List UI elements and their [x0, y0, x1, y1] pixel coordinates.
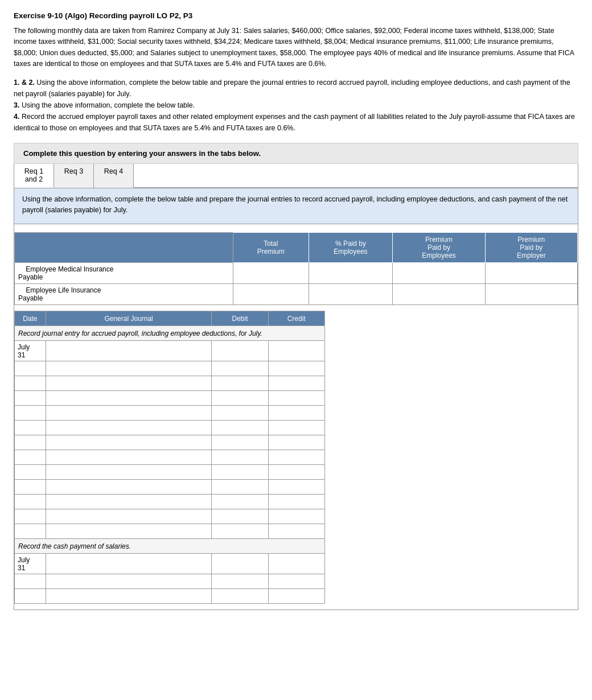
journal-entry-row	[15, 421, 578, 435]
journal-debit-2[interactable]	[212, 361, 268, 376]
journal-note2: Record the cash payment of salaries.	[15, 539, 325, 554]
medical-pct[interactable]	[309, 263, 393, 284]
tab-req4[interactable]: Req 4	[94, 164, 134, 188]
journal-debit-s2-3[interactable]	[212, 589, 268, 604]
col-header-total: TotalPremium	[233, 233, 309, 263]
date-empty	[15, 361, 46, 376]
journal-credit-s2-2[interactable]	[268, 574, 324, 589]
life-pct[interactable]	[309, 284, 393, 305]
journal-debit-6[interactable]	[212, 421, 268, 435]
journal-entry-row	[15, 406, 578, 421]
journal-credit-10[interactable]	[268, 480, 324, 495]
journal-desc-3[interactable]	[46, 376, 212, 391]
tab-req1and2[interactable]: Req 1and 2	[14, 164, 54, 188]
journal-debit-5[interactable]	[212, 406, 268, 421]
journal-desc-s2-3[interactable]	[46, 589, 212, 604]
journal-credit-1[interactable]	[268, 341, 324, 361]
col-header-general-journal: General Journal	[46, 311, 212, 326]
date-empty	[15, 406, 46, 421]
life-label: Employee Life InsurancePayable	[15, 284, 233, 305]
journal-desc-5[interactable]	[46, 406, 212, 421]
life-emp[interactable]	[393, 284, 485, 305]
journal-debit-4[interactable]	[212, 391, 268, 406]
journal-debit-10[interactable]	[212, 480, 268, 495]
journal-debit-9[interactable]	[212, 465, 268, 480]
journal-credit-3[interactable]	[268, 376, 324, 391]
journal-desc-10[interactable]	[46, 480, 212, 495]
date-empty	[15, 391, 46, 406]
date-empty	[15, 509, 46, 524]
tab-req3[interactable]: Req 3	[54, 164, 94, 188]
journal-credit-13[interactable]	[268, 524, 324, 539]
journal-entry-row	[15, 361, 578, 376]
journal-desc-1[interactable]	[46, 341, 212, 361]
journal-entry-row	[15, 376, 578, 391]
table-row: Employee Life InsurancePayable	[15, 284, 578, 305]
life-total[interactable]	[233, 284, 309, 305]
journal-desc-13[interactable]	[46, 524, 212, 539]
medical-total[interactable]	[233, 263, 309, 284]
life-er[interactable]	[485, 284, 577, 305]
journal-entry-row	[15, 480, 578, 495]
journal-desc-7[interactable]	[46, 435, 212, 450]
journal-credit-12[interactable]	[268, 509, 324, 524]
date-empty	[15, 376, 46, 391]
journal-credit-6[interactable]	[268, 421, 324, 435]
journal-debit-s2-2[interactable]	[212, 574, 268, 589]
journal-credit-7[interactable]	[268, 435, 324, 450]
journal-desc-12[interactable]	[46, 509, 212, 524]
date-empty	[15, 495, 46, 509]
journal-desc-4[interactable]	[46, 391, 212, 406]
journal-desc-2[interactable]	[46, 361, 212, 376]
journal-debit-3[interactable]	[212, 376, 268, 391]
journal-credit-s2-3[interactable]	[268, 589, 324, 604]
journal-debit-1[interactable]	[212, 341, 268, 361]
journal-desc-6[interactable]	[46, 421, 212, 435]
journal-desc-s2-1[interactable]	[46, 554, 212, 574]
journal-entry-row: July31	[15, 341, 578, 361]
date-empty	[15, 589, 46, 604]
date-empty	[15, 421, 46, 435]
col-header-pct: % Paid byEmployees	[309, 233, 393, 263]
date-july31-2: July31	[15, 554, 46, 574]
journal-debit-12[interactable]	[212, 509, 268, 524]
date-empty	[15, 574, 46, 589]
journal-credit-5[interactable]	[268, 406, 324, 421]
journal-note-row2: Record the cash payment of salaries.	[15, 539, 578, 554]
tabs-container: Req 1and 2 Req 3 Req 4 Using the above i…	[14, 164, 578, 611]
col-header-date: Date	[15, 311, 46, 326]
journal-entry-row	[15, 450, 578, 465]
tabs-row: Req 1and 2 Req 3 Req 4	[14, 164, 578, 188]
col-header-emp: PremiumPaid byEmployees	[393, 233, 485, 263]
journal-debit-13[interactable]	[212, 524, 268, 539]
date-empty	[15, 480, 46, 495]
journal-desc-8[interactable]	[46, 450, 212, 465]
journal-credit-2[interactable]	[268, 361, 324, 376]
journal-credit-8[interactable]	[268, 450, 324, 465]
medical-emp[interactable]	[393, 263, 485, 284]
date-empty	[15, 435, 46, 450]
journal-table-section1: Date General Journal Debit Credit Record…	[14, 311, 578, 604]
journal-debit-s2-1[interactable]	[212, 554, 268, 574]
journal-credit-9[interactable]	[268, 465, 324, 480]
journal-entry-row	[15, 574, 578, 589]
journal-debit-7[interactable]	[212, 435, 268, 450]
date-july31-1: July31	[15, 341, 46, 361]
date-empty	[15, 465, 46, 480]
journal-desc-9[interactable]	[46, 465, 212, 480]
journal-desc-11[interactable]	[46, 495, 212, 509]
journal-credit-s2-1[interactable]	[268, 554, 324, 574]
journal-entry-row	[15, 391, 578, 406]
journal-credit-4[interactable]	[268, 391, 324, 406]
medical-er[interactable]	[485, 263, 577, 284]
premium-table: TotalPremium % Paid byEmployees PremiumP…	[14, 232, 578, 305]
journal-entry-row	[15, 465, 578, 480]
journal-credit-11[interactable]	[268, 495, 324, 509]
col-header-credit: Credit	[268, 311, 324, 326]
date-empty	[15, 450, 46, 465]
journal-debit-8[interactable]	[212, 450, 268, 465]
intro-text: The following monthly data are taken fro…	[14, 26, 578, 70]
journal-entry-row	[15, 589, 578, 604]
journal-desc-s2-2[interactable]	[46, 574, 212, 589]
journal-debit-11[interactable]	[212, 495, 268, 509]
